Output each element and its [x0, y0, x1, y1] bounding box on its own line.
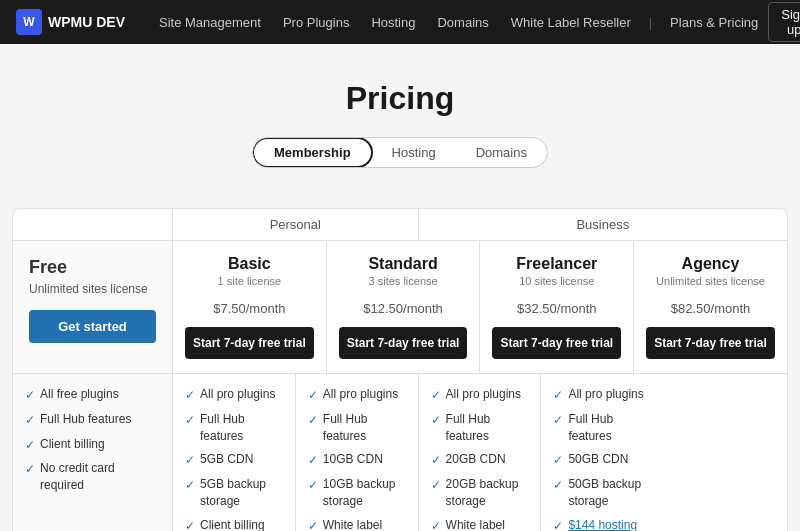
nav-divider: | [643, 15, 658, 30]
tab-domains[interactable]: Domains [456, 138, 547, 167]
check-icon: ✓ [185, 477, 195, 494]
free-feature-2: ✓ Full Hub features [25, 411, 160, 429]
basic-feature-3: ✓ 5GB CDN [185, 451, 283, 469]
freelancer-feature-5: ✓ White label [431, 517, 529, 531]
plan-agency-license: Unlimited sites license [646, 275, 775, 287]
plan-freelancer-price: $32.50/month [492, 293, 621, 319]
basic-feature-text-1: All pro plugins [200, 386, 275, 403]
basic-features: ✓ All pro plugins ✓ Full Hub features ✓ … [173, 374, 296, 531]
plan-standard-license: 3 sites license [339, 275, 468, 287]
signup-button[interactable]: Sign up [768, 2, 800, 42]
standard-feature-text-1: All pro plugins [323, 386, 398, 403]
agency-feature-text-2: Full Hub features [568, 411, 652, 445]
agency-features: ✓ All pro plugins ✓ Full Hub features ✓ … [541, 374, 664, 531]
agency-feature-5: ✓ $144 hosting credit [553, 517, 652, 531]
free-feature-4: ✓ No credit card required [25, 460, 160, 494]
free-feature-text-3: Client billing [40, 436, 105, 453]
nav-links: Site Management Pro Plugins Hosting Doma… [149, 11, 768, 34]
check-icon: ✓ [25, 412, 35, 429]
plan-freelancer-header: Freelancer 10 sites license $32.50/month… [480, 241, 634, 373]
freelancer-feature-text-4: 20GB backup storage [446, 476, 529, 510]
basic-feature-5: ✓ Client billing [185, 517, 283, 531]
tab-group: Membership Hosting Domains [252, 137, 548, 168]
agency-feature-3: ✓ 50GB CDN [553, 451, 652, 469]
check-icon: ✓ [185, 452, 195, 469]
plan-basic-license: 1 site license [185, 275, 314, 287]
agency-feature-2: ✓ Full Hub features [553, 411, 652, 445]
cat-empty [13, 209, 173, 240]
nav-white-label[interactable]: White Label Reseller [501, 11, 641, 34]
free-feature-text-2: Full Hub features [40, 411, 131, 428]
basic-feature-2: ✓ Full Hub features [185, 411, 283, 445]
plan-standard-header: Standard 3 sites license $12.50/month St… [327, 241, 481, 373]
freelancer-feature-text-1: All pro plugins [446, 386, 521, 403]
basic-feature-1: ✓ All pro plugins [185, 386, 283, 404]
agency-feature-text-3: 50GB CDN [568, 451, 628, 468]
check-icon: ✓ [431, 387, 441, 404]
agency-feature-link-5[interactable]: $144 hosting credit [568, 517, 652, 531]
agency-feature-1: ✓ All pro plugins [553, 386, 652, 404]
check-icon: ✓ [308, 412, 318, 429]
agency-feature-text-4: 50GB backup storage [568, 476, 652, 510]
plan-basic-period: /month [246, 301, 286, 316]
basic-feature-4: ✓ 5GB backup storage [185, 476, 283, 510]
tab-membership[interactable]: Membership [252, 137, 373, 168]
freelancer-feature-4: ✓ 20GB backup storage [431, 476, 529, 510]
logo: W WPMU DEV [16, 9, 125, 35]
check-icon: ✓ [431, 518, 441, 531]
plans-header-row: Free Unlimited sites license Get started… [13, 241, 787, 374]
logo-text: WPMU DEV [48, 14, 125, 30]
plan-basic-price: $7.50/month [185, 293, 314, 319]
category-row: Personal Business [13, 209, 787, 241]
freelancer-feature-1: ✓ All pro plugins [431, 386, 529, 404]
nav-site-management[interactable]: Site Management [149, 11, 271, 34]
freelancer-feature-text-2: Full Hub features [446, 411, 529, 445]
plan-standard-period: /month [403, 301, 443, 316]
nav-plans-pricing[interactable]: Plans & Pricing [660, 11, 768, 34]
plan-standard-price: $12.50/month [339, 293, 468, 319]
plan-standard-name: Standard [339, 255, 468, 273]
plan-freelancer-name: Freelancer [492, 255, 621, 273]
nav-hosting[interactable]: Hosting [361, 11, 425, 34]
nav-domains[interactable]: Domains [427, 11, 498, 34]
standard-cta-button[interactable]: Start 7-day free trial [339, 327, 468, 359]
standard-feature-text-2: Full Hub features [323, 411, 406, 445]
category-business: Business [419, 209, 787, 240]
tab-hosting[interactable]: Hosting [372, 138, 456, 167]
freelancer-cta-button[interactable]: Start 7-day free trial [492, 327, 621, 359]
nav-pro-plugins[interactable]: Pro Plugins [273, 11, 359, 34]
pricing-tabs: Membership Hosting Domains [20, 137, 780, 168]
check-icon: ✓ [431, 452, 441, 469]
basic-feature-text-3: 5GB CDN [200, 451, 253, 468]
check-icon: ✓ [185, 412, 195, 429]
check-icon: ✓ [553, 387, 563, 404]
check-icon: ✓ [25, 387, 35, 404]
check-icon: ✓ [431, 477, 441, 494]
standard-feature-text-5: White label [323, 517, 382, 531]
check-icon: ✓ [308, 518, 318, 531]
free-feature-1: ✓ All free plugins [25, 386, 160, 404]
basic-cta-button[interactable]: Start 7-day free trial [185, 327, 314, 359]
standard-features: ✓ All pro plugins ✓ Full Hub features ✓ … [296, 374, 419, 531]
check-icon: ✓ [553, 412, 563, 429]
free-feature-text-4: No credit card required [40, 460, 160, 494]
pricing-table: Personal Business Free Unlimited sites l… [12, 208, 788, 531]
agency-cta-button[interactable]: Start 7-day free trial [646, 327, 775, 359]
navigation: W WPMU DEV Site Management Pro Plugins H… [0, 0, 800, 44]
plan-agency-header: Agency Unlimited sites license $82.50/mo… [634, 241, 787, 373]
check-icon: ✓ [25, 461, 35, 478]
plan-agency-name: Agency [646, 255, 775, 273]
plan-free-license: Unlimited sites license [29, 282, 156, 296]
basic-feature-text-4: 5GB backup storage [200, 476, 283, 510]
plan-free-name: Free [29, 257, 156, 278]
free-cta-button[interactable]: Get started [29, 310, 156, 343]
check-icon: ✓ [431, 412, 441, 429]
plan-freelancer-period: /month [557, 301, 597, 316]
plan-free-header: Free Unlimited sites license Get started [13, 241, 173, 373]
plan-basic-name: Basic [185, 255, 314, 273]
check-icon: ✓ [308, 387, 318, 404]
freelancer-feature-text-5: White label [446, 517, 505, 531]
basic-feature-text-2: Full Hub features [200, 411, 283, 445]
freelancer-feature-3: ✓ 20GB CDN [431, 451, 529, 469]
plan-agency-price: $82.50/month [646, 293, 775, 319]
